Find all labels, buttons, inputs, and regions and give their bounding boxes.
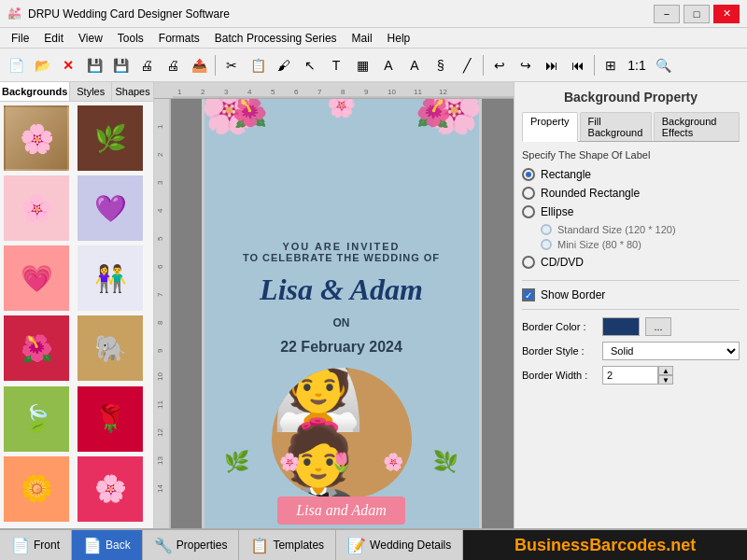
- toolbar-forward[interactable]: ⏭: [540, 53, 564, 77]
- border-width-row: Border Width : ▲ ▼: [522, 366, 740, 385]
- bg-item-4[interactable]: 💜: [78, 175, 143, 241]
- bg-item-11[interactable]: 🌼: [4, 456, 69, 522]
- toolbar-line[interactable]: ╱: [455, 53, 479, 77]
- sub-radio-mini[interactable]: [541, 239, 552, 250]
- tab-fill-bg[interactable]: Fill Background: [580, 112, 652, 141]
- toolbar-grid[interactable]: ⊞: [599, 53, 623, 77]
- border-color-row: Border Color : ...: [522, 317, 740, 336]
- radio-cddvd[interactable]: [522, 256, 535, 269]
- bg-item-3[interactable]: 🌸: [4, 175, 69, 241]
- bg-item-7[interactable]: 🌺: [4, 315, 69, 381]
- toolbar-undo[interactable]: ↩: [487, 53, 512, 77]
- front-icon: 📄: [11, 537, 30, 554]
- tab-backgrounds[interactable]: Backgrounds: [0, 82, 70, 101]
- border-style-select[interactable]: Solid Dashed Dotted Double: [602, 342, 740, 360]
- toolbar-paint[interactable]: 🖌: [272, 53, 296, 77]
- backgrounds-grid: 🌸 🌿 🌸 💜 💗 👫 🌺 🐘 🍃 🌹 🌼 🌸: [0, 102, 153, 528]
- bg-item-2[interactable]: 🌿: [78, 105, 143, 171]
- tab-shapes[interactable]: Shapes: [112, 82, 153, 101]
- toolbar-save2[interactable]: 💾: [108, 53, 133, 77]
- toolbar-special[interactable]: §: [429, 53, 453, 77]
- canvas-area: 1 2 3 4 5 6 7 8 9 10 11 12 1 2 3 4: [154, 82, 514, 528]
- bg-item-8[interactable]: 🐘: [78, 315, 143, 381]
- tab-styles[interactable]: Styles: [70, 82, 112, 101]
- tab-front[interactable]: 📄 Front: [0, 530, 72, 560]
- toolbar-text2[interactable]: A: [376, 53, 401, 77]
- toolbar-sep-1: [215, 55, 216, 76]
- radio-ellipse[interactable]: [522, 205, 535, 218]
- tab-front-label: Front: [34, 539, 60, 552]
- bg-item-5[interactable]: 💗: [4, 245, 69, 311]
- border-width-up[interactable]: ▲: [658, 366, 673, 375]
- border-color-swatch[interactable]: [602, 317, 640, 336]
- tab-properties-label: Properties: [176, 539, 228, 552]
- show-border-checkbox[interactable]: [522, 288, 535, 301]
- toolbar-zoom[interactable]: 1:1: [625, 53, 649, 77]
- toolbar-copy[interactable]: 📋: [246, 53, 270, 77]
- panel-title: Background Property: [522, 90, 740, 105]
- svg-text:6: 6: [156, 264, 164, 269]
- svg-text:12: 12: [156, 428, 164, 437]
- border-color-picker-btn[interactable]: ...: [645, 317, 671, 336]
- bg-item-10[interactable]: 🌹: [78, 386, 143, 452]
- toolbar-zoomin[interactable]: 🔍: [651, 53, 675, 77]
- toolbar-save[interactable]: 💾: [82, 53, 106, 77]
- properties-icon: 🔧: [154, 537, 173, 554]
- radio-rectangle-label: Rectangle: [541, 168, 591, 181]
- tab-properties[interactable]: 🔧 Properties: [143, 530, 240, 560]
- ruler-left-svg: 1 2 3 4 5 6 7 8 9 10 11 12 13 14: [154, 99, 171, 528]
- card-banner: Lisa and Adam: [277, 497, 405, 525]
- toolbar-barcode[interactable]: ▦: [350, 53, 374, 77]
- toolbar-export[interactable]: 📤: [187, 53, 211, 77]
- menu-file[interactable]: File: [4, 30, 36, 47]
- toolbar-text3[interactable]: A: [402, 53, 427, 77]
- minimize-button[interactable]: −: [654, 5, 680, 23]
- radio-rounded[interactable]: [522, 187, 535, 200]
- bg-item-1[interactable]: 🌸: [4, 105, 69, 171]
- toolbar-backward[interactable]: ⏮: [566, 53, 590, 77]
- svg-text:4: 4: [247, 88, 252, 96]
- tab-bg-effects[interactable]: Background Effects: [654, 112, 740, 141]
- border-width-down[interactable]: ▼: [658, 375, 673, 385]
- shape-radio-group: Rectangle Rounded Rectangle Ellipse Stan…: [522, 168, 740, 269]
- property-tabs: Property Fill Background Background Effe…: [522, 112, 740, 142]
- svg-text:9: 9: [364, 88, 369, 96]
- toolbar-scissors[interactable]: ✂: [219, 53, 244, 77]
- toolbar-text[interactable]: T: [324, 53, 348, 77]
- svg-text:1: 1: [156, 124, 164, 129]
- border-width-input[interactable]: [602, 366, 658, 385]
- card-date: 22 February 2024: [280, 339, 402, 356]
- toolbar-print[interactable]: 🖨: [134, 53, 159, 77]
- bg-item-6[interactable]: 👫: [78, 245, 143, 311]
- tab-wedding-details-label: Wedding Details: [370, 539, 451, 552]
- titlebar: 💒 DRPU Wedding Card Designer Software − …: [0, 0, 747, 28]
- sub-radio-standard[interactable]: [541, 224, 552, 235]
- menu-formats[interactable]: Formats: [151, 30, 207, 47]
- radio-ellipse-row: Ellipse: [522, 205, 740, 218]
- menu-mail[interactable]: Mail: [345, 30, 380, 47]
- toolbar-close[interactable]: ✕: [56, 53, 80, 77]
- sub-radio-mini-row: Mini Size (80 * 80): [541, 239, 740, 250]
- menu-help[interactable]: Help: [380, 30, 418, 47]
- menu-tools[interactable]: Tools: [110, 30, 151, 47]
- radio-rectangle[interactable]: [522, 168, 535, 181]
- radio-cddvd-label: CD/DVD: [541, 256, 584, 269]
- toolbar-print2[interactable]: 🖨: [161, 53, 185, 77]
- maximize-button[interactable]: □: [684, 5, 710, 23]
- card-invite-text: YOU ARE INVITED: [243, 241, 440, 252]
- tab-wedding-details[interactable]: 📝 Wedding Details: [336, 530, 463, 560]
- bg-item-9[interactable]: 🍃: [4, 386, 69, 452]
- menu-view[interactable]: View: [71, 30, 110, 47]
- bg-item-12[interactable]: 🌸: [78, 456, 143, 522]
- menu-batch[interactable]: Batch Processing Series: [207, 30, 345, 47]
- menu-edit[interactable]: Edit: [36, 30, 71, 47]
- tab-back[interactable]: 📄 Back: [72, 530, 143, 560]
- toolbar-open[interactable]: 📂: [30, 53, 54, 77]
- toolbar-cursor[interactable]: ↖: [298, 53, 322, 77]
- tab-property[interactable]: Property: [522, 112, 578, 142]
- toolbar-redo[interactable]: ↪: [514, 53, 538, 77]
- tab-templates[interactable]: 📋 Templates: [239, 530, 336, 560]
- toolbar-new[interactable]: 📄: [4, 53, 28, 77]
- svg-text:7: 7: [317, 88, 322, 96]
- close-button[interactable]: ✕: [713, 5, 740, 23]
